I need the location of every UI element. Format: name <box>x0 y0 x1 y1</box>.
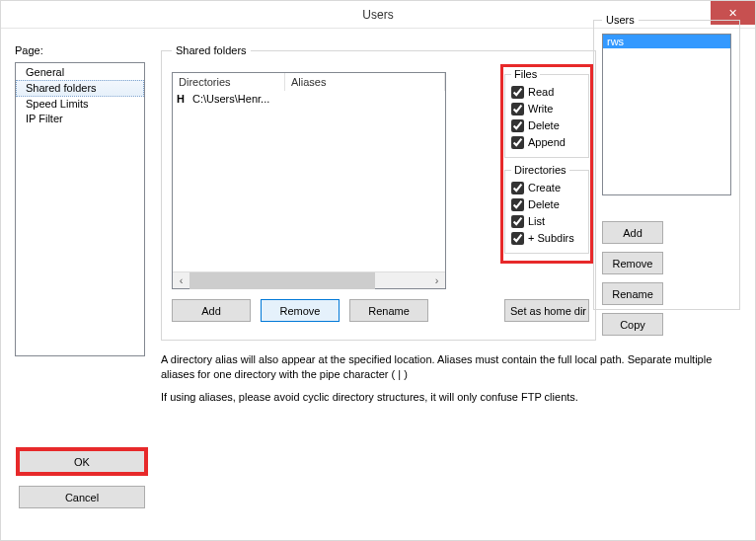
scroll-track[interactable] <box>189 272 428 289</box>
shared-legend: Shared folders <box>172 44 251 56</box>
dialog-buttons: OK Cancel <box>19 450 145 508</box>
help-text: A directory alias will also appear at th… <box>161 352 723 405</box>
home-flag: H <box>177 93 189 105</box>
users-list[interactable]: rws <box>602 34 731 195</box>
users-rename-button[interactable]: Rename <box>602 282 663 305</box>
shared-buttons: Add Remove Rename <box>172 299 428 322</box>
perm-read[interactable]: Read <box>511 84 582 101</box>
scroll-thumb[interactable] <box>189 272 375 289</box>
page-label: Page: <box>15 44 145 56</box>
nav-item-speed-limits[interactable]: Speed Limits <box>16 97 144 112</box>
users-copy-button[interactable]: Copy <box>602 313 663 336</box>
dirs-legend: Directories <box>511 164 569 176</box>
perm-create[interactable]: Create <box>511 180 582 196</box>
perm-dir-delete-checkbox[interactable] <box>511 198 524 211</box>
perm-create-checkbox[interactable] <box>511 182 524 194</box>
nav-item-shared-folders[interactable]: Shared folders <box>16 80 144 97</box>
permissions-panel: Files Read Write Delete Append Directori… <box>504 68 589 260</box>
scroll-left-icon[interactable]: ‹ <box>173 272 189 289</box>
left-column: Page: General Shared folders Speed Limit… <box>15 44 145 413</box>
perm-append[interactable]: Append <box>511 134 582 151</box>
users-dialog: Users ✕ Page: General Shared folders Spe… <box>0 0 756 541</box>
scroll-right-icon[interactable]: › <box>428 272 445 289</box>
dirs-permissions: Directories Create Delete List + Subdirs <box>504 164 589 254</box>
files-legend: Files <box>511 68 540 80</box>
perm-delete[interactable]: Delete <box>511 117 582 134</box>
users-legend: Users <box>602 14 639 26</box>
users-buttons: Add Remove Rename Copy <box>602 221 731 336</box>
directories-rows: H C:\Users\Henr... <box>173 92 445 288</box>
users-group: Users rws Add Remove Rename Copy <box>593 14 740 310</box>
files-permissions: Files Read Write Delete Append <box>504 68 589 158</box>
help-line-1: A directory alias will also appear at th… <box>161 352 723 382</box>
perm-delete-checkbox[interactable] <box>511 119 524 132</box>
ok-button[interactable]: OK <box>19 450 145 473</box>
perm-write[interactable]: Write <box>511 101 582 117</box>
dialog-content: Page: General Shared folders Speed Limit… <box>1 29 755 423</box>
list-item[interactable]: rws <box>603 35 730 48</box>
shared-rename-button[interactable]: Rename <box>349 299 428 322</box>
perm-append-checkbox[interactable] <box>511 136 524 149</box>
shared-folders-group: Shared folders Directories Aliases H C:\… <box>161 44 596 341</box>
page-nav[interactable]: General Shared folders Speed Limits IP F… <box>15 62 145 356</box>
help-line-2: If using aliases, please avoid cyclic di… <box>161 390 723 405</box>
users-add-button[interactable]: Add <box>602 221 663 244</box>
col-aliases[interactable]: Aliases <box>285 73 445 91</box>
nav-item-ip-filter[interactable]: IP Filter <box>16 112 144 126</box>
window-title: Users <box>362 8 393 22</box>
nav-item-general[interactable]: General <box>16 65 144 80</box>
perm-write-checkbox[interactable] <box>511 103 524 116</box>
shared-remove-button[interactable]: Remove <box>261 299 340 322</box>
directory-path: C:\Users\Henr... <box>192 93 287 105</box>
perm-dir-delete[interactable]: Delete <box>511 196 582 213</box>
users-remove-button[interactable]: Remove <box>602 252 663 274</box>
perm-read-checkbox[interactable] <box>511 86 524 99</box>
set-home-dir-button[interactable]: Set as home dir <box>504 299 589 322</box>
perm-list-checkbox[interactable] <box>511 215 524 228</box>
perm-subdirs-checkbox[interactable] <box>511 232 524 245</box>
perm-subdirs[interactable]: + Subdirs <box>511 230 582 247</box>
directories-table[interactable]: Directories Aliases H C:\Users\Henr... ‹… <box>172 72 446 289</box>
directories-header: Directories Aliases <box>173 73 445 92</box>
cancel-button[interactable]: Cancel <box>19 486 145 508</box>
table-row[interactable]: H C:\Users\Henr... <box>173 92 445 106</box>
shared-add-button[interactable]: Add <box>172 299 251 322</box>
perm-list[interactable]: List <box>511 213 582 230</box>
col-directories[interactable]: Directories <box>173 73 285 91</box>
horizontal-scrollbar[interactable]: ‹ › <box>173 271 445 288</box>
